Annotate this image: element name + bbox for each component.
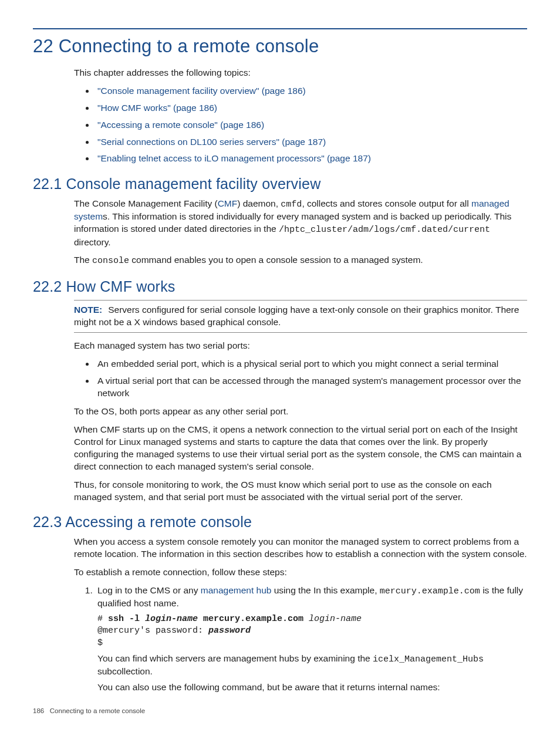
toc-item: "Accessing a remote console" (page 186): [95, 119, 527, 131]
chapter-intro-block: This chapter addresses the following top…: [74, 67, 527, 166]
text: directory.: [74, 237, 111, 247]
code-path: /hptc_cluster/adm/logs/cmf.dated/current: [279, 225, 490, 235]
text: subcollection.: [97, 666, 153, 676]
toc-link-cmf-overview[interactable]: "Console management facility overview" (…: [97, 86, 306, 96]
section-223-body: When you access a system console remotel…: [74, 536, 527, 694]
code-cmfd: cmfd: [281, 200, 302, 210]
chapter-toc: "Console management facility overview" (…: [74, 85, 527, 166]
toc-link-serial-connections[interactable]: "Serial connections on DL100 series serv…: [97, 137, 326, 147]
section-221-p1: The Console Management Facility (CMF) da…: [74, 198, 527, 248]
text: , collects and stores console output for…: [302, 198, 471, 208]
top-rule: [33, 28, 527, 29]
section-222-heading: 22.2 How CMF works: [33, 277, 527, 297]
toc-item: "Enabling telnet access to iLO managemen…: [95, 153, 527, 165]
text: using the In this example,: [271, 585, 379, 595]
code-bold: ssh -l: [108, 614, 145, 624]
section-222-bullets: An embedded serial port, which is a phys…: [74, 358, 527, 400]
link-cmf[interactable]: CMF: [218, 198, 238, 208]
code-ital: login-name: [309, 614, 362, 624]
code-bold-ital: password: [208, 626, 251, 636]
toc-item: "Console management facility overview" (…: [95, 85, 527, 97]
text: $: [97, 638, 103, 648]
toc-item: "How CMF works" (page 186): [95, 102, 527, 114]
text: @mercury's password:: [97, 626, 208, 636]
list-item: An embedded serial port, which is a phys…: [95, 358, 527, 370]
section-223-heading: 22.3 Accessing a remote console: [33, 512, 527, 532]
section-221-p2: The console command enables you to open …: [74, 254, 527, 267]
code-block-ssh: # ssh -l login-name mercury.example.com …: [97, 613, 527, 649]
toc-link-how-cmf-works[interactable]: "How CMF works" (page 186): [97, 103, 217, 113]
text: ) daemon,: [237, 198, 281, 208]
section-221-body: The Console Management Facility (CMF) da…: [74, 198, 527, 268]
section-222-p4: Thus, for console monitoring to work, th…: [74, 479, 527, 504]
text: The Console Management Facility (: [74, 198, 218, 208]
link-management-hub[interactable]: management hub: [201, 585, 272, 595]
section-222-p1: Each managed system has two serial ports…: [74, 340, 527, 352]
section-221-heading: 22.1 Console management facility overvie…: [33, 174, 527, 194]
code-bold-ital: login-name: [145, 614, 198, 624]
text: The: [74, 255, 92, 265]
toc-item: "Serial connections on DL100 series serv…: [95, 136, 527, 148]
chapter-intro-text: This chapter addresses the following top…: [74, 67, 527, 79]
step-1-p2: You can find which servers are managemen…: [97, 653, 527, 678]
code-hostname: mercury.example.com: [380, 586, 480, 596]
step-1: Log in to the CMS or any management hub …: [95, 585, 527, 694]
toc-link-enabling-telnet[interactable]: "Enabling telnet access to iLO managemen…: [97, 153, 371, 163]
step-1-p3: You can also use the following command, …: [97, 681, 527, 694]
text: command enables you to open a console se…: [129, 255, 423, 265]
code-console: console: [92, 256, 129, 266]
list-item: A virtual serial port that can be access…: [95, 375, 527, 400]
code-subcollection: icelx_Management_Hubs: [373, 654, 484, 664]
toc-link-accessing-remote-console[interactable]: "Accessing a remote console" (page 186): [97, 120, 264, 130]
section-222-p3: When CMF starts up on the CMS, it opens …: [74, 424, 527, 473]
step-1-sub: # ssh -l login-name mercury.example.com …: [97, 613, 527, 694]
section-222-p2: To the OS, both ports appear as any othe…: [74, 406, 527, 418]
footer-page-number: 186: [33, 707, 44, 714]
section-223-steps: Log in to the CMS or any management hub …: [74, 585, 527, 694]
note-box: NOTE:Servers configured for serial conso…: [74, 300, 527, 333]
page-footer: 186 Connecting to a remote console: [33, 707, 527, 716]
footer-title: Connecting to a remote console: [50, 707, 145, 714]
text: You can find which servers are managemen…: [97, 653, 373, 663]
text: Log in to the CMS or any: [97, 585, 201, 595]
code-bold: mercury.example.com: [198, 614, 309, 624]
section-222-body: NOTE:Servers configured for serial conso…: [74, 300, 527, 503]
chapter-title: 22 Connecting to a remote console: [33, 34, 527, 59]
note-text: Servers configured for serial console lo…: [74, 305, 519, 327]
text: #: [97, 614, 108, 624]
section-223-p2: To establish a remote connection, follow…: [74, 566, 527, 579]
section-223-p1: When you access a system console remotel…: [74, 536, 527, 561]
note-label: NOTE:: [74, 305, 102, 315]
